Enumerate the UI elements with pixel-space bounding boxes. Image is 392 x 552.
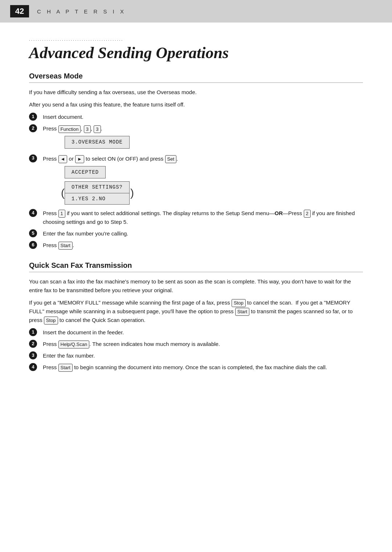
overseas-mode-title: Overseas Mode bbox=[29, 72, 363, 80]
overseas-step-5-number: 5 bbox=[29, 229, 43, 237]
bracket-left: ( bbox=[61, 188, 65, 198]
quick-scan-step-1-number: 1 bbox=[29, 328, 43, 336]
quick-scan-title: Quick Scan Fax Transmission bbox=[29, 261, 363, 270]
quick-scan-step-3: 3 Enter the fax number. bbox=[29, 351, 363, 360]
dots-text: ........................................… bbox=[29, 37, 123, 41]
page-content: ........................................… bbox=[0, 23, 392, 397]
overseas-step-4: 4 Press 1 if you want to select addition… bbox=[29, 209, 363, 226]
quick-scan-step-1-text: Insert the document in the feeder. bbox=[43, 328, 363, 337]
quick-scan-step-2: 2 Press Help/Q.Scan. The screen indicate… bbox=[29, 340, 363, 348]
overseas-step-6: 6 Press Start. bbox=[29, 241, 363, 250]
lcd-other-settings-line1: OTHER SETTINGS? bbox=[65, 181, 130, 193]
overseas-step-6-number: 6 bbox=[29, 241, 43, 249]
overseas-step-1: 1 Insert document. bbox=[29, 113, 363, 121]
overseas-step-1-number: 1 bbox=[29, 113, 43, 121]
overseas-step-4-number: 4 bbox=[29, 209, 43, 217]
quick-scan-step-3-number: 3 bbox=[29, 351, 43, 359]
dots-decoration: ........................................… bbox=[29, 37, 363, 41]
lcd-accepted: ACCEPTED bbox=[65, 166, 106, 178]
start-key-3: Start bbox=[58, 364, 73, 372]
key-2a: 2 bbox=[304, 210, 311, 218]
start-key-2: Start bbox=[235, 308, 249, 316]
overseas-step-1-text: Insert document. bbox=[43, 113, 363, 121]
quick-scan-step-3-text: Enter the fax number. bbox=[43, 351, 363, 360]
overseas-intro2: After you send a fax using this feature,… bbox=[29, 100, 363, 109]
quick-scan-step-2-text: Press Help/Q.Scan. The screen indicates … bbox=[43, 340, 363, 348]
section-divider bbox=[29, 82, 363, 83]
overseas-step-3-text: Press ◄ or ► to select ON (or OFF) and p… bbox=[43, 154, 363, 206]
overseas-step-4-text: Press 1 if you want to select additional… bbox=[43, 209, 363, 226]
quick-scan-step-2-number: 2 bbox=[29, 340, 43, 348]
lcd-overseas-mode: 3.OVERSEAS MODE bbox=[65, 136, 130, 148]
quick-scan-step-4-text: Press Start to begin scanning the docume… bbox=[43, 363, 363, 372]
quick-scan-step-4-number: 4 bbox=[29, 363, 43, 371]
function-key: Function bbox=[58, 125, 81, 133]
overseas-mode-section: Overseas Mode If you have difficulty sen… bbox=[29, 72, 363, 250]
key-3a: 3 bbox=[84, 125, 91, 133]
overseas-step-2-number: 2 bbox=[29, 124, 43, 132]
lcd-other-settings-line2: 1.YES 2.NO bbox=[65, 193, 130, 205]
help-qscan-key: Help/Q.Scan bbox=[58, 341, 90, 348]
key-3b: 3 bbox=[94, 125, 101, 133]
chapter-label: C H A P T E R S I X bbox=[37, 8, 126, 15]
quick-scan-steps-list: 1 Insert the document in the feeder. 2 P… bbox=[29, 328, 363, 372]
overseas-step-2: 2 Press Function, 3, 3. 3.OVERSEAS MODE bbox=[29, 124, 363, 151]
set-key: Set bbox=[165, 155, 177, 163]
overseas-steps-list: 1 Insert document. 2 Press Function, 3, … bbox=[29, 113, 363, 250]
arrow-right-key: ► bbox=[75, 155, 84, 163]
quick-scan-section: Quick Scan Fax Transmission You can scan… bbox=[29, 261, 363, 372]
overseas-step-6-text: Press Start. bbox=[43, 241, 363, 250]
bracket-right: ) bbox=[130, 188, 134, 198]
overseas-step-2-text: Press Function, 3, 3. 3.OVERSEAS MODE bbox=[43, 124, 363, 151]
quick-scan-step-1: 1 Insert the document in the feeder. bbox=[29, 328, 363, 337]
stop-key-1: Stop bbox=[232, 299, 246, 307]
arrow-left-key: ◄ bbox=[58, 155, 68, 163]
header-bar: 42 C H A P T E R S I X bbox=[0, 0, 392, 23]
quick-scan-divider bbox=[29, 272, 363, 272]
overseas-step-3: 3 Press ◄ or ► to select ON (or OFF) and… bbox=[29, 154, 363, 206]
overseas-intro1: If you have difficulty sending a fax ove… bbox=[29, 88, 363, 97]
quick-scan-step-4: 4 Press Start to begin scanning the docu… bbox=[29, 363, 363, 372]
chapter-number: 42 bbox=[10, 5, 29, 17]
stop-key-2: Stop bbox=[44, 317, 58, 325]
overseas-step-5-text: Enter the fax number you're calling. bbox=[43, 229, 363, 238]
page-title: Advanced Sending Operations bbox=[29, 44, 363, 62]
start-key-1: Start bbox=[58, 242, 73, 250]
lcd-other-settings: OTHER SETTINGS? 1.YES 2.NO ( ) bbox=[65, 181, 130, 205]
key-1a: 1 bbox=[58, 210, 65, 218]
overseas-step-3-number: 3 bbox=[29, 154, 43, 162]
quick-scan-para1: You can scan a fax into the fax machine'… bbox=[29, 277, 363, 295]
quick-scan-para2: If you get a "MEMORY FULL" message while… bbox=[29, 298, 363, 325]
overseas-step-5: 5 Enter the fax number you're calling. bbox=[29, 229, 363, 238]
